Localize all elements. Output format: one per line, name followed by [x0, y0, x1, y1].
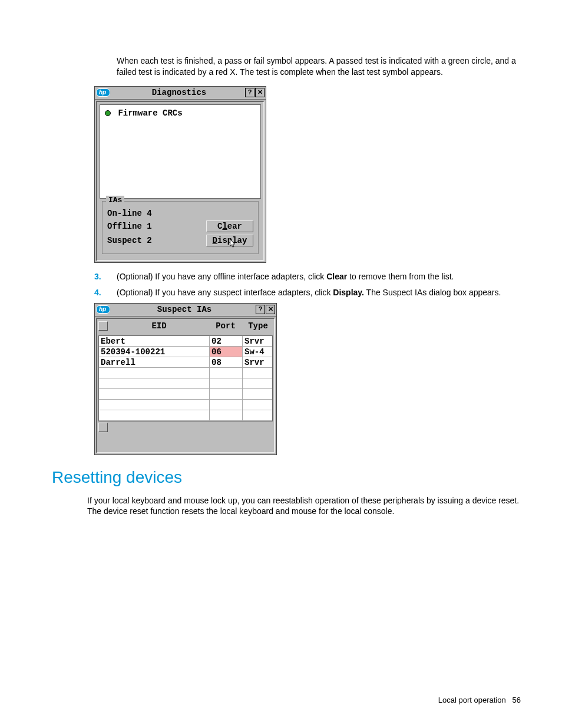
pass-indicator-icon [105, 110, 111, 116]
diagnostics-dialog: Diagnostics ? ✕ Firmware CRCs IAs On-lin… [94, 86, 266, 263]
cell-port [210, 378, 243, 388]
step-3: 3. (Optional) If you have any offline in… [94, 271, 524, 282]
diagnostics-titlebar: Diagnostics ? ✕ [95, 87, 266, 100]
scroll-down-button[interactable] [98, 423, 108, 432]
cell-port [210, 410, 243, 420]
table-row[interactable] [99, 400, 272, 410]
cell-type [243, 389, 272, 399]
cell-type [243, 410, 272, 420]
col-type-header: Type [242, 321, 274, 333]
cell-port: 06 [210, 347, 243, 357]
cell-eid [99, 368, 210, 378]
step-text: (Optional) If you have any suspect inter… [117, 287, 524, 298]
close-button[interactable]: ✕ [255, 88, 265, 97]
suspect-title: Suspect IAs [114, 305, 255, 314]
close-button[interactable]: ✕ [266, 305, 275, 314]
suspect-table-header: EID Port Type [97, 319, 274, 335]
ias-offline-stat: Offline 1 [107, 222, 152, 231]
cell-eid: 520394-100221 [99, 347, 210, 357]
col-port-header: Port [209, 321, 242, 333]
table-row[interactable] [99, 378, 272, 389]
step-number: 4. [94, 287, 117, 298]
test-name: Firmware CRCs [118, 108, 182, 118]
table-row[interactable] [99, 368, 272, 378]
cell-port: 02 [210, 336, 243, 346]
table-row[interactable] [99, 389, 272, 400]
intro-paragraph: When each test is finished, a pass or fa… [117, 55, 524, 78]
cell-eid [99, 400, 210, 410]
cell-port: 08 [210, 357, 243, 367]
cell-type [243, 368, 272, 378]
scroll-up-button[interactable] [98, 321, 108, 331]
cell-type [243, 378, 272, 388]
test-results-list: Firmware CRCs [100, 104, 261, 199]
cell-eid: Ebert [99, 336, 210, 346]
cell-type: Sw-4 [243, 347, 272, 357]
step-4: 4. (Optional) If you have any suspect in… [94, 287, 524, 298]
table-row[interactable] [99, 410, 272, 421]
cell-type [243, 400, 272, 410]
table-row[interactable]: Darrell08Srvr [99, 357, 272, 368]
step-number: 3. [94, 271, 117, 282]
ias-suspect-stat: Suspect 2 [107, 236, 152, 245]
help-button[interactable]: ? [256, 305, 265, 314]
help-button[interactable]: ? [245, 88, 254, 97]
hp-logo-icon [96, 88, 110, 97]
display-button[interactable]: Display [206, 235, 253, 246]
clear-button[interactable]: Clear [206, 220, 253, 232]
suspect-table: Ebert02Srvr520394-10022106Sw-4Darrell08S… [98, 335, 273, 421]
diagnostics-title: Diagnostics [114, 88, 244, 97]
table-row[interactable]: Ebert02Srvr [99, 336, 272, 347]
cell-port [210, 368, 243, 378]
page-footer: Local port operation 56 [438, 696, 521, 704]
cell-eid [99, 410, 210, 420]
cell-eid [99, 378, 210, 388]
col-eid-header: EID [109, 321, 209, 333]
ias-online-stat: On-line 4 [107, 209, 152, 218]
suspect-titlebar: Suspect IAs ? ✕ [95, 304, 276, 317]
suspect-ias-dialog: Suspect IAs ? ✕ EID Port Type Ebert02Srv… [94, 303, 277, 455]
hp-logo-icon [96, 305, 110, 314]
cell-eid [99, 389, 210, 399]
table-row[interactable]: 520394-10022106Sw-4 [99, 347, 272, 357]
cell-type: Srvr [243, 357, 272, 367]
resetting-devices-paragraph: If your local keyboard and mouse lock up… [87, 495, 524, 518]
ias-group: IAs On-line 4 Offline 1 Clear [102, 201, 259, 254]
ias-legend: IAs [106, 196, 124, 205]
resetting-devices-heading: Resetting devices [52, 468, 524, 487]
cell-type: Srvr [243, 336, 272, 346]
cell-port [210, 389, 243, 399]
cell-port [210, 400, 243, 410]
step-text: (Optional) If you have any offline inter… [117, 271, 524, 282]
cell-eid: Darrell [99, 357, 210, 367]
